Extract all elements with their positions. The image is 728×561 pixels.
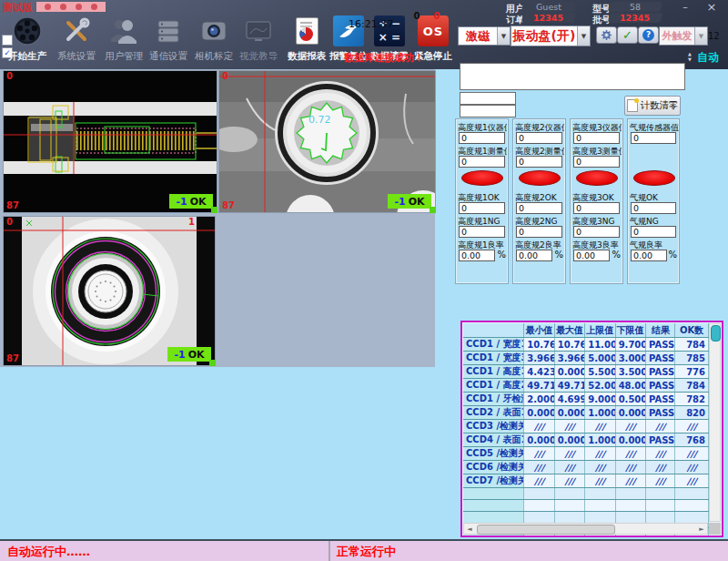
status-bar: 自动运行中…… 正常运行中 bbox=[0, 539, 728, 561]
table-row[interactable]: CCD1 / 高度14.4230.0005.5003.500PASS776 bbox=[463, 365, 709, 379]
tools-icon bbox=[56, 15, 97, 47]
camera-panel: 0 87 -1OK bbox=[0, 69, 435, 367]
toolbar-button-vision-teaching[interactable]: 视觉教导 bbox=[238, 15, 279, 67]
gauge-value: 0 bbox=[631, 202, 676, 214]
gear-icon bbox=[601, 29, 612, 41]
user-field[interactable]: Guest bbox=[521, 2, 576, 12]
gauge-value: 0.00 bbox=[459, 250, 495, 261]
horizontal-scrollbar[interactable]: ◄ ► bbox=[463, 523, 708, 535]
percent-label: % bbox=[612, 250, 621, 260]
table-row[interactable]: CCD2 / 表面10.0000.0001.0000.000PASS820 bbox=[463, 406, 709, 420]
cam3-index-right: 1 bbox=[188, 217, 195, 227]
header-cell: 结果 bbox=[646, 323, 675, 338]
toolbar-label: 通信设置 bbox=[147, 50, 189, 63]
settings-gear-button[interactable] bbox=[596, 26, 617, 44]
count-clear-button[interactable]: 计数清零 bbox=[624, 96, 681, 116]
vertical-scrollbar[interactable] bbox=[709, 323, 721, 522]
small-input-1[interactable] bbox=[460, 92, 516, 105]
table-row[interactable]: CCD6 /检测关闭////////////////// bbox=[463, 461, 709, 474]
gauge-value: 0 bbox=[573, 156, 620, 168]
server-icon bbox=[147, 15, 189, 47]
trigger-combo[interactable]: 外触发 ▼ bbox=[659, 26, 708, 46]
cam1-result-badge: -1OK bbox=[169, 194, 213, 209]
camera2-image bbox=[219, 71, 435, 212]
vibration-combo[interactable]: 振动盘(开) ▼ bbox=[511, 26, 591, 46]
toolbar-label: 开始生产 bbox=[6, 50, 48, 63]
close-button[interactable]: × bbox=[701, 1, 723, 13]
gauge-value: 0.00 bbox=[631, 250, 667, 261]
minimize-button[interactable]: – bbox=[674, 1, 696, 13]
chevron-down-icon: ▼ bbox=[694, 27, 707, 45]
chevron-down-icon[interactable]: ▼ bbox=[497, 27, 510, 45]
window-title: 测试版 bbox=[3, 1, 33, 15]
gauge-value: 0 bbox=[459, 156, 505, 168]
toolbar-button-comm-settings[interactable]: 通信设置 bbox=[147, 15, 189, 67]
toolbar-button-start-production[interactable]: 开始生产 bbox=[6, 15, 48, 67]
counter-black: 0 bbox=[408, 11, 426, 21]
cam2-count: 87 bbox=[222, 200, 235, 210]
header-cell: OK数 bbox=[675, 323, 709, 338]
scroll-right-icon[interactable]: ► bbox=[696, 525, 707, 533]
cam3-count: 87 bbox=[6, 353, 19, 363]
order-field[interactable]: 12345 bbox=[521, 13, 576, 23]
batch-field[interactable]: 12345 bbox=[608, 13, 662, 23]
monitor-icon bbox=[238, 15, 279, 47]
gauge-value: 0 bbox=[631, 226, 676, 238]
chevron-down-icon[interactable]: ▼ bbox=[577, 26, 590, 46]
scrollbar-thumb[interactable] bbox=[711, 325, 721, 342]
cam2-result-badge: -1OK bbox=[388, 194, 431, 209]
table-row-empty bbox=[463, 488, 709, 500]
table-row-empty bbox=[463, 500, 709, 512]
help-button[interactable]: ? bbox=[638, 26, 659, 44]
resize-grip bbox=[209, 360, 216, 366]
header-toolbar: 测试版 – × ✓ 开始生产 系统设置 用户管理 bbox=[0, 0, 728, 69]
toolbar-label: 相机标定 bbox=[193, 50, 235, 63]
header-cell: 上限值 bbox=[585, 323, 615, 338]
scroll-left-icon[interactable]: ◄ bbox=[464, 525, 475, 533]
toolbar-button-user-management[interactable]: 用户管理 bbox=[103, 15, 145, 67]
percent-label: % bbox=[668, 250, 677, 260]
table-row[interactable]: CCD1 / 宽度110.76010.76011.0009.700PASS784 bbox=[463, 338, 709, 352]
auto-spinner[interactable]: ▲▼ bbox=[688, 51, 692, 62]
resize-grip bbox=[211, 207, 217, 213]
scrollbar-thumb[interactable] bbox=[477, 525, 615, 535]
table-row[interactable]: CCD1 / 高度249.71349.71352.00048.000PASS78… bbox=[463, 379, 709, 393]
toolbar-label: 系统设置 bbox=[56, 50, 97, 63]
status-lamp-red bbox=[519, 170, 561, 186]
camera-icon bbox=[193, 15, 235, 47]
header-cell: 最小值 bbox=[524, 323, 554, 338]
gauge-value: 0 bbox=[516, 132, 562, 144]
toolbar-button-data-report[interactable]: 数据报表 bbox=[286, 15, 328, 67]
small-input-2[interactable] bbox=[460, 105, 516, 117]
excite-combo[interactable]: 激磁 ▼ bbox=[458, 26, 511, 46]
barcode-input[interactable] bbox=[460, 63, 685, 90]
cam2-index: 0 bbox=[222, 71, 228, 81]
table-row[interactable]: CCD1 / 牙检测12.0004.6999.0000.500PASS782 bbox=[463, 393, 709, 406]
table-row[interactable]: CCD4 / 表面10.0000.0001.0000.000PASS768 bbox=[463, 434, 709, 447]
model-field[interactable]: 58 bbox=[608, 2, 662, 12]
counter-red: 0 bbox=[428, 11, 446, 21]
cam3-result-badge: -1OK bbox=[167, 347, 211, 362]
camera-view-3: 0 1 87 -1OK bbox=[3, 216, 216, 366]
resize-grip bbox=[430, 207, 436, 213]
vibration-combo-value: 振动盘(开) bbox=[511, 26, 577, 46]
confirm-check-button[interactable]: ✓ bbox=[617, 26, 638, 44]
results-table-panel: 最小值 最大值 上限值 下限值 结果 OK数 CCD1 / 宽度110.7601… bbox=[460, 321, 723, 537]
status-lamp-red bbox=[576, 170, 618, 186]
trigger-count: 12 bbox=[708, 31, 720, 41]
table-row[interactable]: CCD7 /检测关闭////////////////// bbox=[463, 474, 709, 488]
scrollbar-corner bbox=[709, 523, 721, 535]
gauge-value: 0.00 bbox=[516, 250, 552, 261]
table-row[interactable]: CCD1 / 宽度33.9663.9665.0003.000PASS785 bbox=[463, 352, 709, 365]
table-row[interactable]: CCD3 /检测关闭////////////////// bbox=[463, 420, 709, 434]
toolbar-button-system-settings[interactable]: 系统设置 bbox=[56, 15, 97, 67]
percent-label: % bbox=[554, 250, 563, 260]
table-row[interactable]: CCD5 /检测关闭////////////////// bbox=[463, 447, 709, 461]
page-icon bbox=[627, 99, 638, 112]
header-cell: 下限值 bbox=[615, 323, 645, 338]
header-cell: 最大值 bbox=[554, 323, 584, 338]
toolbar-label: 视觉教导 bbox=[238, 50, 279, 63]
toolbar-button-camera-calibration[interactable]: 相机标定 bbox=[193, 15, 235, 67]
gauge-value: 0 bbox=[631, 132, 676, 144]
status-divider bbox=[329, 541, 330, 561]
